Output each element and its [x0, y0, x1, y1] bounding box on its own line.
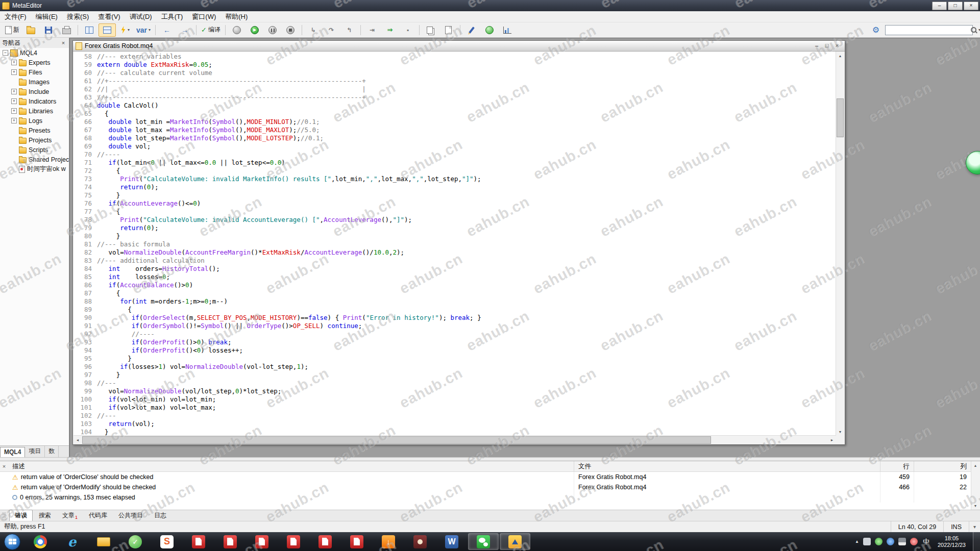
- code-line[interactable]: 62//| |: [74, 85, 836, 93]
- tray-expand-icon[interactable]: ▲: [855, 539, 859, 544]
- code-line[interactable]: 70//----: [74, 151, 836, 159]
- tree-item[interactable]: Scripts: [0, 145, 69, 155]
- code-line[interactable]: 78 Print("CalculateVolume: invalid Accou…: [74, 216, 836, 224]
- tab-search[interactable]: 搜索: [34, 510, 56, 521]
- errors-close-button[interactable]: ×: [0, 463, 8, 469]
- start-button[interactable]: [0, 532, 24, 551]
- taskbar-app-downloader[interactable]: ↓: [373, 533, 404, 550]
- code-line[interactable]: 72 {: [74, 167, 836, 175]
- code-editor[interactable]: 58//--- extern variables59extern double …: [74, 52, 836, 436]
- tree-item[interactable]: +Libraries: [0, 106, 69, 116]
- open-file-button[interactable]: [22, 23, 39, 37]
- vertical-scroll-thumb[interactable]: [837, 98, 844, 137]
- line-number[interactable]: 100: [74, 395, 97, 404]
- show-desktop-button[interactable]: [973, 532, 980, 551]
- tree-item[interactable]: Presets: [0, 126, 69, 135]
- run-to-cursor-button[interactable]: ⇥: [363, 23, 381, 37]
- code-line[interactable]: 66 double lot_min =MarketInfo(Symbol(),M…: [74, 118, 836, 126]
- code-line[interactable]: 81//--- basic formula: [74, 240, 836, 248]
- line-number[interactable]: 99: [74, 387, 97, 395]
- column-line[interactable]: 行: [880, 461, 914, 471]
- line-number[interactable]: 73: [74, 175, 97, 183]
- line-number[interactable]: 81: [74, 240, 97, 248]
- line-number[interactable]: 59: [74, 61, 97, 69]
- line-number[interactable]: 63: [74, 93, 97, 102]
- tree-item[interactable]: Images: [0, 77, 69, 87]
- line-number[interactable]: 66: [74, 118, 97, 126]
- taskbar-app-metaeditor-task[interactable]: [500, 533, 530, 550]
- panel-splitter[interactable]: [0, 457, 980, 461]
- tray-network-icon[interactable]: [898, 538, 906, 545]
- tab-articles[interactable]: 文章1: [57, 510, 83, 521]
- code-line[interactable]: 95 }: [74, 355, 836, 363]
- code-line[interactable]: 94 if(OrderProfit()<0) losses++;: [74, 346, 836, 355]
- line-number[interactable]: 103: [74, 420, 97, 428]
- tray-message-icon[interactable]: [910, 538, 918, 545]
- tab-codebase[interactable]: 代码库: [84, 510, 112, 521]
- horizontal-scroll-thumb[interactable]: [82, 436, 711, 444]
- navigate-back-button[interactable]: ←: [158, 23, 176, 37]
- code-line[interactable]: 67 double lot_max =MarketInfo(Symbol(),M…: [74, 126, 836, 134]
- step-into-button[interactable]: ↳: [305, 23, 322, 37]
- taskbar-app-browser[interactable]: [25, 533, 56, 550]
- tab-errors[interactable]: 错误: [9, 510, 33, 521]
- line-number[interactable]: 89: [74, 306, 97, 314]
- line-number[interactable]: 95: [74, 355, 97, 363]
- search-input[interactable]: [888, 26, 969, 35]
- save-button[interactable]: [40, 23, 57, 37]
- taskbar-app-reader-1[interactable]: [183, 533, 214, 550]
- start-debug-button[interactable]: ▶: [246, 23, 263, 37]
- line-number[interactable]: 77: [74, 208, 97, 216]
- doc-minimize-button[interactable]: –: [812, 42, 822, 50]
- line-number[interactable]: 60: [74, 69, 97, 77]
- code-line[interactable]: 91 if(OrderSymbol()!=Symbol() || OrderTy…: [74, 322, 836, 330]
- code-line[interactable]: 73 Print("CalculateVolume: invalid Marke…: [74, 175, 836, 183]
- line-number[interactable]: 86: [74, 281, 97, 289]
- menu-debug[interactable]: 调试(D): [125, 11, 157, 22]
- taskbar-app-office-tool[interactable]: [405, 533, 435, 550]
- error-row[interactable]: ⚠return value of 'OrderModify' should be…: [0, 482, 980, 492]
- column-file[interactable]: 文件: [574, 461, 880, 471]
- errors-scrollbar[interactable]: ▲ ▼: [971, 461, 980, 510]
- scroll-right-icon[interactable]: ►: [828, 436, 836, 444]
- tree-item[interactable]: 时间宇宙ok w: [0, 164, 69, 174]
- code-line[interactable]: 103 return(vol);: [74, 420, 836, 428]
- new-file-button[interactable]: 新: [3, 23, 21, 37]
- line-number[interactable]: 92: [74, 330, 97, 338]
- toggle-navigator-button[interactable]: [81, 23, 98, 37]
- expand-icon[interactable]: +: [11, 108, 17, 114]
- code-line[interactable]: 64double CalcVol(): [74, 102, 836, 110]
- line-number[interactable]: 76: [74, 199, 97, 208]
- line-number[interactable]: 71: [74, 159, 97, 167]
- pause-debug-button[interactable]: [264, 23, 281, 37]
- profiler-button[interactable]: [481, 23, 498, 37]
- line-number[interactable]: 75: [74, 191, 97, 199]
- line-number[interactable]: 93: [74, 338, 97, 346]
- step-out-button[interactable]: ↰: [340, 23, 358, 37]
- line-number[interactable]: 67: [74, 126, 97, 134]
- navigator-tab-mql4[interactable]: MQL4: [0, 447, 25, 457]
- stop-debug-button[interactable]: [282, 23, 299, 37]
- error-row[interactable]: 0 errors, 25 warnings, 153 msec elapsed: [0, 492, 980, 503]
- tree-item[interactable]: +Files: [0, 67, 69, 77]
- navigate-forward-button[interactable]: →: [176, 23, 193, 37]
- taskbar-app-sogou-input[interactable]: S: [152, 533, 182, 550]
- menu-tools[interactable]: 工具(T): [157, 11, 188, 22]
- expand-icon[interactable]: +: [11, 69, 17, 75]
- step-over-button[interactable]: ↷: [323, 23, 340, 37]
- line-number[interactable]: 87: [74, 289, 97, 297]
- line-number[interactable]: 97: [74, 371, 97, 379]
- line-number[interactable]: 58: [74, 53, 97, 61]
- code-line[interactable]: 87 {: [74, 289, 836, 297]
- expand-icon[interactable]: +: [11, 60, 17, 65]
- code-line[interactable]: 100 if(vol<lot_min) vol=lot_min;: [74, 395, 836, 404]
- scroll-down-icon[interactable]: ▼: [971, 502, 979, 510]
- breakpoint-button[interactable]: ▪: [399, 23, 416, 37]
- code-line[interactable]: 75 }: [74, 191, 836, 199]
- line-number[interactable]: 98: [74, 379, 97, 387]
- navigator-tab-data[interactable]: 数: [45, 446, 59, 457]
- column-col[interactable]: 列: [914, 461, 980, 471]
- line-number[interactable]: 72: [74, 167, 97, 175]
- code-line[interactable]: 90 if(OrderSelect(m,SELECT_BY_POS,MODE_H…: [74, 314, 836, 322]
- code-line[interactable]: 89 {: [74, 306, 836, 314]
